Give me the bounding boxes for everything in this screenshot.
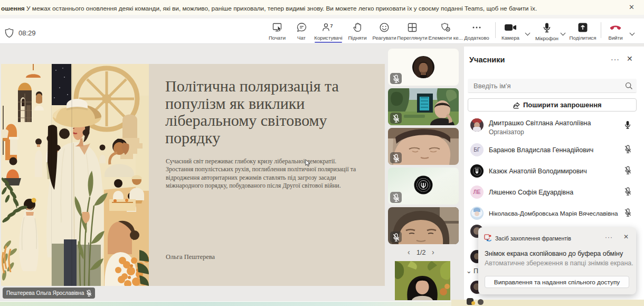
svg-text:7: 7 — [330, 23, 333, 29]
